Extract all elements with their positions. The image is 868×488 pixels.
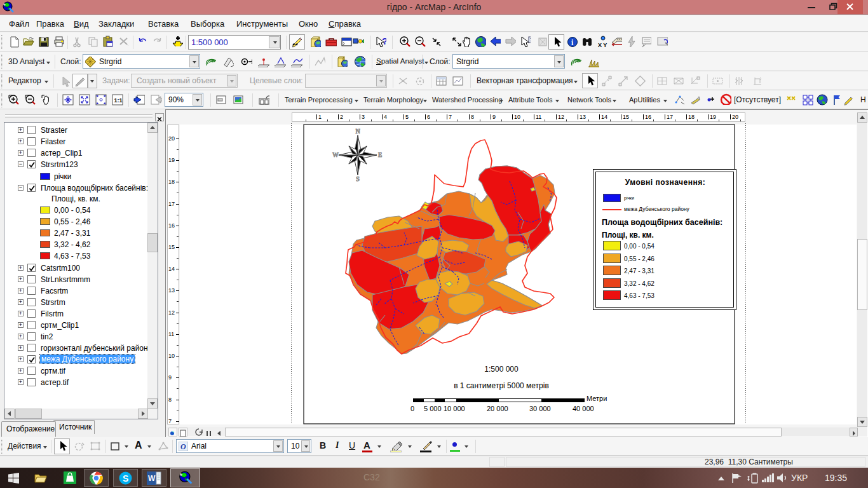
svg-text:W: W xyxy=(148,474,156,483)
svg-text:S: S xyxy=(123,473,128,484)
svg-text:?: ? xyxy=(382,36,386,46)
svg-text:1:1: 1:1 xyxy=(114,97,123,104)
svg-text:S: S xyxy=(356,175,360,182)
svg-text:W: W xyxy=(332,151,339,158)
svg-text:E: E xyxy=(378,151,382,158)
svg-text:N: N xyxy=(355,128,360,135)
svg-text:O: O xyxy=(180,442,186,451)
svg-text:X Y: X Y xyxy=(598,42,607,47)
